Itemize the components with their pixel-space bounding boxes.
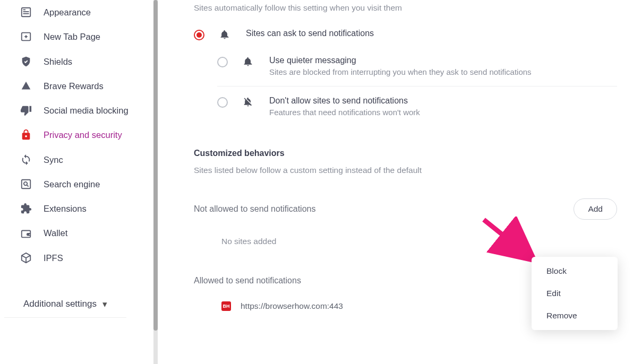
sidebar-item-extensions[interactable]: Extensions <box>3 196 153 221</box>
no-sites-text: No sites added <box>221 237 617 246</box>
sidebar-item-sync[interactable]: Sync <box>3 148 153 172</box>
additional-settings-label: Additional settings <box>23 299 97 309</box>
radio-option-quieter[interactable]: Use quieter messaging Sites are blocked … <box>217 51 617 86</box>
lock-icon <box>20 129 32 141</box>
radio-icon <box>217 57 228 67</box>
radio-sub: Sites are blocked from interrupting you … <box>269 67 617 76</box>
site-context-menu: Block Edit Remove <box>532 257 618 330</box>
sidebar-item-label: Privacy and security <box>44 129 148 141</box>
sidebar-item-socialblocking[interactable]: Social media blocking <box>3 98 153 123</box>
bell-icon <box>243 56 254 69</box>
radio-title: Use quieter messaging <box>269 56 617 65</box>
sidebar-item-label: New Tab Page <box>44 31 148 42</box>
sidebar-item-privacy[interactable]: Privacy and security <box>3 123 153 147</box>
cube-icon <box>20 252 32 264</box>
sidebar-scrollbar[interactable] <box>153 0 158 331</box>
additional-settings[interactable]: Additional settings ▾ <box>4 291 126 318</box>
sidebar-item-ipfs[interactable]: IPFS <box>3 246 153 270</box>
sidebar-item-label: Search engine <box>44 178 148 190</box>
sidebar-item-rewards[interactable]: Brave Rewards <box>3 74 153 98</box>
sidebar-item-label: Brave Rewards <box>44 80 148 92</box>
radio-option-dontallow[interactable]: Don't allow sites to send notifications … <box>217 86 617 126</box>
radio-title: Don't allow sites to send notifications <box>269 96 617 106</box>
customized-heading: Customized behaviors <box>194 149 617 158</box>
sidebar-item-label: Extensions <box>44 203 148 214</box>
default-behavior-desc: Sites automatically follow this setting … <box>194 3 617 13</box>
context-item-remove[interactable]: Remove <box>532 305 618 327</box>
radio-title: Sites can ask to send notifications <box>246 29 617 38</box>
bell-off-icon <box>243 97 254 109</box>
shield-icon <box>20 56 32 67</box>
context-item-edit[interactable]: Edit <box>532 282 618 305</box>
sidebar-item-label: Social media blocking <box>44 105 148 116</box>
wallet-icon <box>20 228 32 239</box>
sidebar-item-shields[interactable]: Shields <box>3 49 153 74</box>
not-allowed-heading: Not allowed to send notifications <box>194 204 315 214</box>
caret-down-icon: ▾ <box>102 299 107 310</box>
sidebar-item-label: Wallet <box>44 227 148 239</box>
bell-icon <box>219 29 231 42</box>
appearance-icon <box>20 6 32 18</box>
sidebar-item-newtab[interactable]: New Tab Page <box>3 24 153 49</box>
svg-point-8 <box>24 182 27 185</box>
svg-rect-3 <box>23 13 29 14</box>
allowed-heading: Allowed to send notifications <box>194 276 301 285</box>
radio-icon <box>194 30 204 40</box>
sidebar-item-wallet[interactable]: Wallet <box>3 221 153 245</box>
radio-sub: Features that need notifications won't w… <box>269 108 617 117</box>
sidebar-item-label: Shields <box>44 56 148 67</box>
settings-sidebar: Appearance New Tab Page Shields Brave Re… <box>0 0 158 364</box>
extensions-icon <box>20 203 32 214</box>
svg-rect-7 <box>22 180 31 189</box>
sync-icon <box>20 154 32 166</box>
sidebar-item-label: Appearance <box>44 6 148 18</box>
sidebar-item-label: Sync <box>44 154 148 166</box>
svg-line-9 <box>27 185 29 187</box>
newtab-icon <box>20 31 32 42</box>
radio-option-ask[interactable]: Sites can ask to send notifications <box>194 24 617 51</box>
context-item-block[interactable]: Block <box>532 260 618 282</box>
svg-rect-2 <box>23 11 29 12</box>
customized-sub: Sites listed below follow a custom setti… <box>194 166 617 175</box>
sidebar-item-searchengine[interactable]: Search engine <box>3 172 153 196</box>
site-url: https://browserhow.com:443 <box>241 301 343 311</box>
thumbdown-icon <box>20 105 32 116</box>
svg-rect-1 <box>23 10 26 11</box>
search-icon <box>20 178 32 190</box>
svg-point-11 <box>28 233 29 235</box>
sidebar-item-label: IPFS <box>44 252 148 264</box>
rewards-icon <box>20 80 32 92</box>
sidebar-item-appearance[interactable]: Appearance <box>3 0 153 24</box>
add-button[interactable]: Add <box>574 198 617 220</box>
radio-icon <box>217 97 228 108</box>
site-favicon: BH <box>221 301 231 311</box>
